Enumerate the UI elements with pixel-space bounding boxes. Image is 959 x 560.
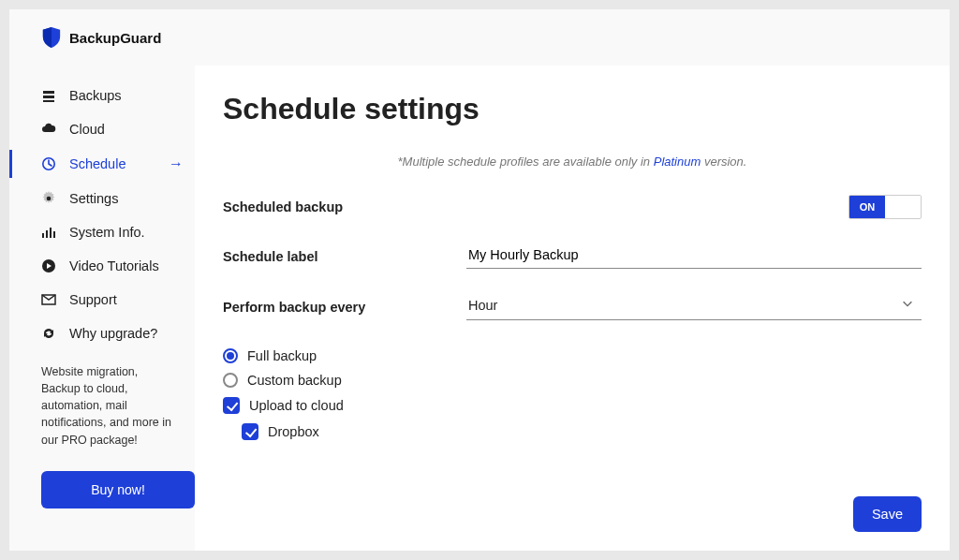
gear-icon <box>41 191 56 206</box>
svg-rect-3 <box>46 230 48 238</box>
mail-icon <box>41 292 56 307</box>
promo-text: Website migration, Backup to cloud, auto… <box>9 350 195 458</box>
notice-suffix: version. <box>701 155 746 169</box>
option-label: Full backup <box>247 348 317 363</box>
app-window: BackupGuard Backups Cloud Schedul <box>9 9 950 551</box>
sidebar-item-why-upgrade[interactable]: Why upgrade? <box>9 317 195 350</box>
sidebar-item-label: Settings <box>69 191 118 206</box>
sidebar-item-label: Support <box>69 292 117 307</box>
database-icon <box>41 88 56 103</box>
body: Backups Cloud Schedule → Settings <box>9 66 950 551</box>
radio-icon <box>223 348 238 363</box>
option-label: Upload to cloud <box>249 398 344 413</box>
page-title: Schedule settings <box>223 92 922 126</box>
clock-icon <box>41 156 56 171</box>
sidebar-item-label: Cloud <box>69 122 105 137</box>
sidebar-item-settings[interactable]: Settings <box>9 182 195 215</box>
radio-icon <box>223 373 238 388</box>
bars-icon <box>41 225 56 240</box>
scheduled-backup-label: Scheduled backup <box>223 199 466 214</box>
option-custom-backup[interactable]: Custom backup <box>223 373 922 388</box>
svg-rect-5 <box>53 231 55 238</box>
buy-now-button[interactable]: Buy now! <box>41 471 195 508</box>
checkbox-icon <box>242 423 258 440</box>
perform-every-label: Perform backup every <box>223 300 466 315</box>
toggle-off-side <box>885 196 921 218</box>
perform-every-row: Perform backup every Hour <box>223 293 922 320</box>
svg-rect-2 <box>42 233 44 238</box>
sidebar-item-system-info[interactable]: System Info. <box>9 215 195 249</box>
save-button[interactable]: Save <box>853 496 922 532</box>
chevron-down-icon <box>901 297 914 314</box>
checkbox-icon <box>223 397 240 414</box>
main-content: Schedule settings *Multiple schedule pro… <box>195 66 950 551</box>
schedule-label-input[interactable] <box>466 243 922 269</box>
option-dropbox[interactable]: Dropbox <box>242 423 922 440</box>
option-full-backup[interactable]: Full backup <box>223 348 922 363</box>
sidebar-item-label: Why upgrade? <box>69 326 157 341</box>
cloud-icon <box>41 122 56 137</box>
schedule-label-label: Schedule label <box>223 249 466 264</box>
option-label: Custom backup <box>247 373 342 388</box>
sidebar-item-cloud[interactable]: Cloud <box>9 112 195 146</box>
platinum-notice: *Multiple schedule profiles are availabl… <box>223 155 922 169</box>
sidebar-item-label: Backups <box>69 88 122 103</box>
perform-every-select[interactable]: Hour <box>466 293 922 320</box>
svg-rect-4 <box>50 228 52 238</box>
header: BackupGuard <box>9 9 950 66</box>
sidebar-item-label: System Info. <box>69 225 145 240</box>
sidebar-item-schedule[interactable]: Schedule → <box>9 146 195 182</box>
perform-every-value: Hour <box>468 298 901 313</box>
arrow-right-icon: → <box>169 155 184 172</box>
platinum-link[interactable]: Platinum <box>654 155 701 169</box>
refresh-icon <box>41 326 56 341</box>
sidebar-item-video-tutorials[interactable]: Video Tutorials <box>9 249 195 283</box>
sidebar: Backups Cloud Schedule → Settings <box>9 66 195 551</box>
sidebar-item-label: Schedule <box>69 156 125 171</box>
option-label: Dropbox <box>268 424 319 439</box>
save-row: Save <box>223 478 922 532</box>
schedule-label-row: Schedule label <box>223 243 922 269</box>
scheduled-backup-toggle[interactable]: ON <box>848 195 922 219</box>
shield-icon <box>41 26 62 49</box>
sidebar-item-support[interactable]: Support <box>9 283 195 317</box>
play-icon <box>41 258 56 273</box>
scheduled-backup-row: Scheduled backup ON <box>223 195 922 219</box>
sidebar-item-label: Video Tutorials <box>69 258 159 273</box>
brand: BackupGuard <box>41 26 161 49</box>
brand-name: BackupGuard <box>69 30 161 46</box>
option-upload-cloud[interactable]: Upload to cloud <box>223 397 922 414</box>
backup-options: Full backup Custom backup Upload to clou… <box>223 348 922 440</box>
sidebar-item-backups[interactable]: Backups <box>9 79 195 112</box>
notice-prefix: *Multiple schedule profiles are availabl… <box>398 155 654 169</box>
toggle-on-label: ON <box>849 196 885 218</box>
